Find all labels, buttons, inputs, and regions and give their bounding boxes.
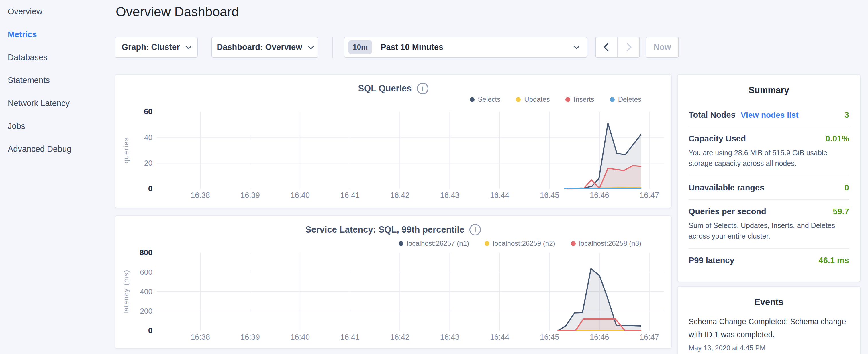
event-message: Schema Change Completed: Schema change w… [689, 315, 849, 341]
info-icon[interactable]: i [469, 224, 481, 235]
now-button-label: Now [653, 42, 671, 52]
events-title: Events [689, 297, 849, 307]
svg-text:latency (ms): latency (ms) [122, 269, 130, 314]
legend-item[interactable]: Updates [516, 95, 550, 103]
svg-text:16:40: 16:40 [290, 191, 310, 200]
svg-text:16:44: 16:44 [490, 333, 509, 342]
svg-text:16:41: 16:41 [340, 191, 360, 200]
graph-scope-dropdown[interactable]: Graph: Cluster [115, 37, 198, 58]
now-button[interactable]: Now [646, 37, 679, 58]
p99-latency-label: P99 latency [689, 256, 735, 265]
chevron-down-icon [574, 43, 580, 49]
time-range-badge: 10m [348, 40, 372, 54]
svg-text:16:38: 16:38 [191, 333, 210, 342]
event-timestamp: May 13, 2020 at 4:45 PM [689, 344, 849, 352]
qps-label: Queries per second [689, 207, 766, 216]
capacity-used-label: Capacity Used [689, 134, 746, 143]
svg-text:16:44: 16:44 [490, 191, 509, 200]
legend-label: Deletes [618, 95, 641, 103]
chart-legend: SelectsUpdatesInsertsDeletes [470, 95, 642, 103]
svg-text:20: 20 [144, 159, 152, 167]
legend-label: Selects [478, 95, 501, 103]
events-card: Events Schema Change Completed: Schema c… [677, 286, 861, 354]
legend-dot-icon [565, 97, 570, 102]
previous-time-window-button[interactable] [596, 37, 618, 57]
sidebar-item-statements[interactable]: Statements [0, 69, 115, 92]
chart-title-row: Service Latency: SQL, 99th percentile i [115, 224, 671, 235]
summary-row-capacity: Capacity Used 0.01% You are using 28.6 M… [689, 127, 849, 175]
svg-text:16:39: 16:39 [241, 191, 260, 200]
controls-divider [333, 37, 333, 58]
chevron-right-icon [623, 43, 632, 52]
capacity-used-value: 0.01% [826, 134, 849, 143]
time-range-label: Past 10 Minutes [380, 42, 574, 52]
info-icon[interactable]: i [417, 83, 428, 94]
sidebar-item-network-latency[interactable]: Network Latency [0, 92, 115, 115]
legend-item[interactable]: Deletes [610, 95, 641, 103]
legend-dot-icon [610, 97, 615, 102]
legend-dot-icon [571, 241, 576, 246]
legend-dot-icon [399, 241, 403, 246]
sidebar-item-advanced-debug[interactable]: Advanced Debug [0, 137, 115, 160]
svg-text:16:47: 16:47 [640, 191, 659, 200]
svg-text:16:42: 16:42 [390, 333, 410, 342]
total-nodes-value: 3 [844, 110, 849, 120]
svg-text:16:42: 16:42 [390, 191, 410, 200]
legend-label: localhost:26257 (n1) [407, 239, 469, 248]
view-nodes-list-link[interactable]: View nodes list [741, 110, 799, 120]
sidebar-item-databases[interactable]: Databases [0, 46, 115, 69]
svg-text:16:43: 16:43 [440, 191, 460, 200]
legend-item[interactable]: Inserts [565, 95, 594, 103]
svg-text:16:43: 16:43 [440, 333, 460, 342]
sidebar-item-metrics[interactable]: Metrics [0, 23, 115, 46]
svg-text:200: 200 [140, 307, 152, 315]
chart-title: Service Latency: SQL, 99th percentile [306, 225, 465, 235]
svg-text:queries: queries [122, 137, 130, 164]
svg-text:16:47: 16:47 [640, 333, 659, 342]
legend-item[interactable]: localhost:26257 (n1) [399, 239, 469, 248]
svg-text:16:45: 16:45 [540, 333, 559, 342]
legend-dot-icon [470, 97, 474, 102]
svg-text:16:46: 16:46 [590, 333, 609, 342]
chart-title-row: SQL Queries i [115, 83, 671, 94]
dashboard-dropdown[interactable]: Dashboard: Overview [212, 37, 318, 58]
sidebar-item-jobs[interactable]: Jobs [0, 115, 115, 137]
sidebar-list: OverviewMetricsDatabasesStatementsNetwor… [0, 0, 115, 160]
chart-legend: localhost:26257 (n1)localhost:26259 (n2)… [399, 239, 641, 248]
service-latency-chart[interactable]: 16:3816:3916:4016:4116:4216:4316:4416:45… [115, 216, 672, 349]
svg-text:800: 800 [140, 248, 152, 257]
service-latency-card: 16:3816:3916:4016:4116:4216:4316:4416:45… [115, 215, 672, 349]
svg-text:16:40: 16:40 [290, 333, 310, 342]
svg-text:16:46: 16:46 [590, 191, 609, 200]
time-step-button-group [595, 37, 640, 58]
svg-text:16:45: 16:45 [540, 191, 559, 200]
summary-row-qps: Queries per second 59.7 Sum of Selects, … [689, 200, 849, 248]
legend-item[interactable]: localhost:26258 (n3) [571, 239, 641, 248]
qps-value: 59.7 [833, 207, 849, 216]
svg-text:600: 600 [140, 268, 152, 277]
summary-card: Summary Total Nodes View nodes list 3 Ca… [677, 74, 861, 282]
svg-text:60: 60 [144, 107, 152, 116]
svg-text:16:41: 16:41 [340, 333, 360, 342]
sql-queries-card: 16:3816:3916:4016:4116:4216:4316:4416:45… [115, 74, 672, 208]
svg-text:40: 40 [144, 133, 152, 142]
sql-queries-chart[interactable]: 16:3816:3916:4016:4116:4216:4316:4416:45… [115, 75, 672, 209]
next-time-window-button[interactable] [618, 37, 639, 57]
legend-label: Inserts [574, 95, 594, 103]
graph-scope-label: Graph: Cluster [122, 42, 180, 52]
time-range-selector[interactable]: 10m Past 10 Minutes [344, 37, 587, 58]
svg-text:16:39: 16:39 [241, 333, 260, 342]
dashboard-label: Dashboard: Overview [217, 42, 302, 52]
unavailable-ranges-label: Unavailable ranges [689, 183, 764, 192]
legend-item[interactable]: localhost:26259 (n2) [485, 239, 555, 248]
legend-item[interactable]: Selects [470, 95, 501, 103]
svg-text:400: 400 [140, 287, 152, 296]
qps-description: Sum of Selects, Updates, Inserts, and De… [689, 220, 849, 242]
sidebar-nav: OverviewMetricsDatabasesStatementsNetwor… [0, 0, 115, 160]
chevron-down-icon [185, 43, 192, 49]
total-nodes-label: Total Nodes [689, 110, 736, 120]
summary-title: Summary [689, 85, 849, 95]
p99-latency-value: 46.1 ms [819, 256, 849, 265]
legend-dot-icon [516, 97, 521, 102]
sidebar-item-overview[interactable]: Overview [0, 0, 115, 23]
